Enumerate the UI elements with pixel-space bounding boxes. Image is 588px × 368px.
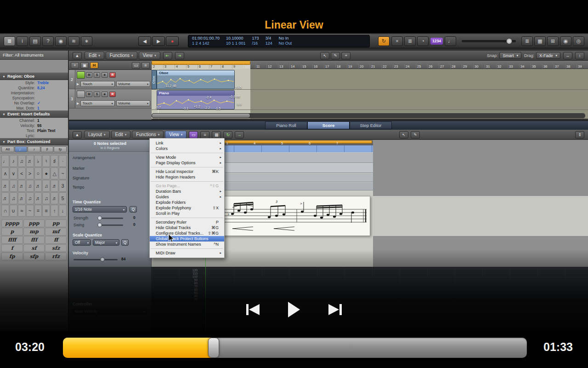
part-box-symbol[interactable]: ♬ [34, 192, 42, 204]
track-row[interactable]: 3 MS∗R ▶ Touch▾ Volume▾ [69, 89, 152, 109]
seek-bar-handle[interactable] [208, 338, 219, 358]
automation-mode-combo[interactable]: Touch▾ [80, 100, 114, 106]
part-box-symbol[interactable]: ~ [26, 205, 34, 217]
hide-tracks-button[interactable]: H [90, 62, 98, 69]
menu-button[interactable]: View [165, 131, 187, 138]
part-box-symbol[interactable]: ♩ [1, 155, 9, 167]
global-track-label[interactable]: Signature [73, 176, 89, 180]
toolbar-icon[interactable]: ≣ [521, 36, 533, 46]
dynamic-symbol[interactable]: rfz [45, 253, 67, 260]
video-frame[interactable]: ≣i▤?◉≋∗ ◀ ▶ ● 01:00:01:00.701 2 4 142 10… [0, 33, 588, 331]
part-box-symbol[interactable]: △ [51, 167, 58, 179]
scale-mode-combo[interactable]: Off▾ [73, 239, 91, 246]
dynamic-symbol[interactable]: fp [1, 253, 23, 260]
track-button[interactable]: ∗ [102, 72, 108, 78]
toolbar-icon[interactable]: × [391, 36, 403, 46]
part-box-symbol[interactable]: ♫ [26, 180, 34, 192]
menu-item[interactable]: Show Instrument Names ^N [150, 242, 224, 247]
dynamic-symbol[interactable]: mp [23, 228, 45, 236]
menu-button[interactable]: Edit [111, 131, 131, 138]
toolbar-icon[interactable]: ≋ [68, 36, 79, 46]
parameter-row[interactable]: Interpretation: [0, 90, 68, 95]
scale-quantize-apply-button[interactable]: Q [121, 239, 129, 246]
quantize-apply-button[interactable]: Q [130, 206, 137, 213]
part-box-symbol[interactable]: ♬ [18, 180, 26, 192]
part-box-symbol[interactable]: ≈ [18, 205, 26, 217]
menu-item[interactable]: Hide Local Inspector ⌘K [150, 169, 224, 174]
toolbar-icon[interactable]: ? [42, 36, 54, 46]
track-zoom-icon[interactable]: ▭ [132, 62, 140, 69]
list-view-icon[interactable]: ≡ [200, 131, 209, 138]
dynamic-symbol[interactable]: pp [45, 219, 67, 227]
dynamic-symbol[interactable]: sfz [45, 244, 67, 252]
track-options-icon[interactable]: ≡ [141, 62, 150, 69]
zoom-control-icon[interactable]: ⇕ [575, 131, 584, 138]
tool-button[interactable]: ✎ [331, 52, 340, 59]
midi-out-icon[interactable]: ⇥ [175, 52, 184, 59]
dynamic-symbol[interactable]: mf [45, 228, 67, 236]
part-box-symbol[interactable]: ♪ [10, 155, 17, 167]
snap-combo[interactable]: Smart [499, 52, 521, 59]
menu-item[interactable]: Hide Region Headers [150, 174, 224, 180]
record-button[interactable]: ● [166, 36, 179, 46]
menu-item[interactable]: View Mode ▸ [150, 155, 224, 160]
drag-combo[interactable]: X-Fade [536, 52, 560, 59]
part-box-toggle-icon[interactable]: ▭ [189, 131, 198, 138]
metronome-icon[interactable]: ♩ [445, 36, 456, 46]
track-button[interactable]: S [94, 72, 100, 78]
pencil-tool-icon[interactable]: ✎ [411, 131, 420, 138]
part-box-symbol[interactable]: ♮ [42, 155, 50, 167]
part-box-symbol[interactable]: ♫ [10, 192, 17, 204]
part-box-symbol[interactable]: ↓ [59, 205, 67, 217]
part-box-symbol[interactable]: · [59, 155, 67, 167]
parameter-row[interactable]: Velocity: 55 [0, 123, 68, 128]
scale-key-combo[interactable]: Major▾ [93, 239, 119, 246]
arrange-area[interactable]: Oboe Oboe Piano -11.2 dB +0.5 -2.4 -2.3 … [152, 69, 588, 119]
menu-item[interactable]: Configure Global Tracks... ⇧⌘G [150, 230, 224, 236]
play-pause-button[interactable] [287, 301, 301, 318]
tool-button[interactable]: ↖ [320, 52, 329, 59]
midi-in-icon[interactable]: ⇤ [163, 52, 172, 59]
toolbar-icon[interactable]: i [17, 36, 28, 46]
slider-knob[interactable] [506, 38, 512, 44]
part-box-symbol[interactable]: > [26, 167, 34, 179]
part-box-tab[interactable]: ♯ [41, 146, 54, 152]
menu-item[interactable]: MIDI Draw ▸ [150, 250, 224, 256]
disclosure-triangle-icon[interactable]: ▶ [77, 82, 79, 86]
part-box-symbol[interactable]: ♫ [26, 192, 34, 204]
track-button[interactable]: ∗ [102, 92, 108, 97]
menu-button[interactable]: Layout [84, 131, 110, 138]
part-box-symbol[interactable]: ♫ [42, 180, 50, 192]
dynamic-symbol[interactable]: pppp [1, 219, 23, 227]
menu-button[interactable]: Functions [106, 52, 137, 59]
bar-ruler[interactable]: 2345678910111213141516171819202122232425… [152, 61, 588, 69]
part-box-symbol[interactable]: ● [42, 167, 50, 179]
part-box-symbol[interactable]: ↑ [51, 205, 58, 217]
toolbar-icon[interactable]: ⊞ [547, 36, 559, 46]
cycle-loop-icon[interactable]: ↻ [378, 36, 390, 46]
part-box-symbol[interactable]: ♫ [42, 192, 50, 204]
menu-item[interactable]: Global Track Protect Buttons [150, 236, 224, 242]
hierarchy-up-icon[interactable]: ▲ [73, 131, 82, 138]
parameter-row[interactable]: Syncopation: [0, 95, 68, 100]
parameter-row[interactable]: No Overlap: ✓ [0, 100, 68, 105]
part-box-symbol[interactable]: ∨ [10, 167, 17, 179]
part-box-symbol[interactable]: ~ [59, 167, 67, 179]
track-button[interactable]: M [86, 72, 92, 78]
menu-item[interactable] [151, 167, 223, 167]
seek-bar[interactable] [63, 338, 527, 358]
skip-forward-button[interactable] [327, 303, 344, 316]
global-track-label[interactable]: Marker [73, 166, 85, 171]
time-quantize-combo[interactable]: 1/16 Note▾ [73, 206, 127, 213]
menu-item[interactable]: Scroll in Play [150, 211, 224, 216]
pointer-tool-icon[interactable]: ↖ [399, 131, 408, 138]
part-box-symbol[interactable]: ♬ [51, 192, 58, 204]
strength-slider[interactable] [97, 218, 123, 219]
part-box-header[interactable]: ▼Part Box: Customized [0, 138, 68, 145]
part-box-symbol[interactable]: 5 [59, 192, 67, 204]
automation-param-combo[interactable]: Volume▾ [116, 81, 150, 87]
toolbar-icon[interactable]: ≣ [4, 36, 15, 46]
part-box-symbol[interactable]: ♯ [51, 155, 58, 167]
menu-item[interactable]: Duration Bars ▸ [150, 189, 224, 194]
part-box-symbol[interactable]: ♬ [26, 155, 34, 167]
